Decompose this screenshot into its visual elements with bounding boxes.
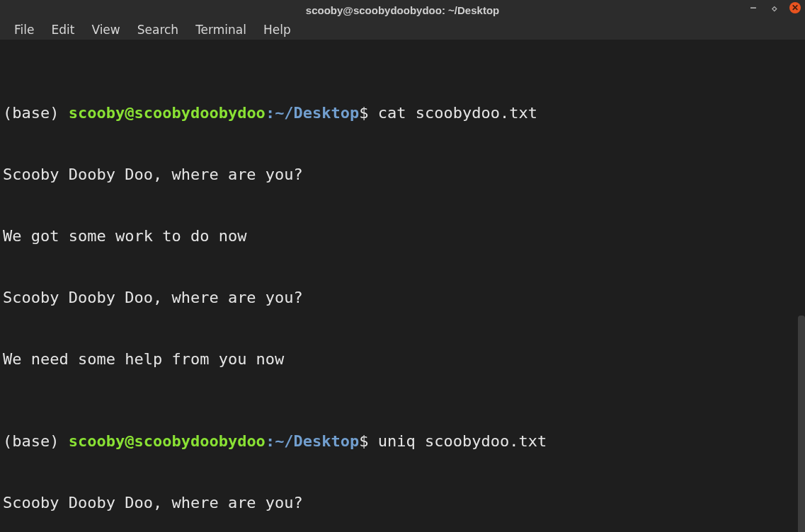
prompt-path: ~/Desktop xyxy=(275,432,359,450)
maximize-button[interactable]: ⬦ xyxy=(768,1,781,14)
scrollbar[interactable] xyxy=(798,316,805,532)
prompt-colon: : xyxy=(266,432,275,450)
close-button[interactable]: ✕ xyxy=(789,2,801,13)
prompt-dollar: $ xyxy=(359,432,378,450)
minimize-button[interactable]: – xyxy=(747,1,760,14)
prompt-dollar: $ xyxy=(359,104,378,122)
prompt-colon: : xyxy=(266,104,275,122)
menu-edit[interactable]: Edit xyxy=(42,21,83,38)
prompt-path: ~/Desktop xyxy=(275,104,359,122)
output-line: We need some help from you now xyxy=(3,349,802,369)
menu-search[interactable]: Search xyxy=(129,21,187,38)
titlebar: scooby@scoobydoobydoo: ~/Desktop – ⬦ ✕ xyxy=(0,0,805,20)
menu-terminal[interactable]: Terminal xyxy=(187,21,255,38)
prompt-line: (base) scooby@scoobydoobydoo:~/Desktop$ … xyxy=(3,431,802,451)
prompt-line: (base) scooby@scoobydoobydoo:~/Desktop$ … xyxy=(3,103,802,123)
prompt-env: (base) xyxy=(3,432,69,450)
output-line: Scooby Dooby Doo, where are you? xyxy=(3,287,802,308)
menu-file[interactable]: File xyxy=(6,21,42,38)
menu-view[interactable]: View xyxy=(83,21,128,38)
terminal-area[interactable]: (base) scooby@scoobydoobydoo:~/Desktop$ … xyxy=(0,40,805,532)
command-text: uniq scoobydoo.txt xyxy=(378,432,547,450)
menu-help[interactable]: Help xyxy=(255,21,299,38)
output-line: We got some work to do now xyxy=(3,226,802,246)
menubar: File Edit View Search Terminal Help xyxy=(0,20,805,40)
window-controls: – ⬦ ✕ xyxy=(747,1,801,14)
prompt-user: scooby@scoobydoobydoo xyxy=(69,432,266,450)
window-title: scooby@scoobydoobydoo: ~/Desktop xyxy=(306,4,499,16)
prompt-user: scooby@scoobydoobydoo xyxy=(69,104,266,122)
output-line: Scooby Dooby Doo, where are you? xyxy=(3,164,802,185)
prompt-env: (base) xyxy=(3,104,69,122)
output-line: Scooby Dooby Doo, where are you? xyxy=(3,492,802,513)
command-text: cat scoobydoo.txt xyxy=(378,104,537,122)
